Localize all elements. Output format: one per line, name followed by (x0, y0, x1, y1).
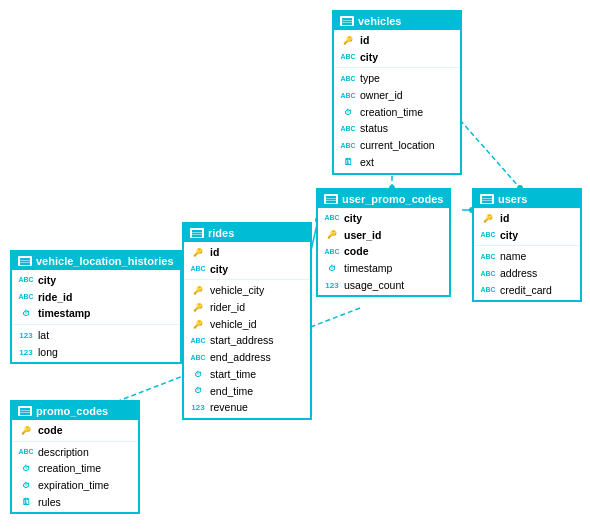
field-icon-abc: ABC (340, 91, 356, 101)
field-icon-abc: ABC (18, 275, 34, 285)
table-title-vehicles: vehicles (358, 15, 401, 27)
field-name: id (360, 33, 369, 48)
field-users-address: ABC address (474, 265, 580, 282)
field-name: creation_time (38, 461, 101, 476)
field-pc-creation_time: ⏱ creation_time (12, 460, 138, 477)
field-icon-key: 🔑 (480, 213, 496, 224)
field-icon-123: 123 (18, 347, 34, 358)
table-body-vlh: ABC city ABC ride_id ⏱ timestamp 123 lat… (12, 270, 180, 362)
field-name: code (38, 423, 63, 438)
field-rides-vehicle_city: 🔑 vehicle_city (184, 282, 310, 299)
field-icon-abc: ABC (340, 124, 356, 134)
field-icon-abc: ABC (480, 269, 496, 279)
field-name: vehicle_city (210, 283, 264, 298)
field-name: city (210, 262, 228, 277)
field-name: usage_count (344, 278, 404, 293)
field-vlh-ride_id: ABC ride_id (12, 289, 180, 306)
field-pc-description: ABC description (12, 444, 138, 461)
field-icon-key: 🔑 (324, 229, 340, 240)
field-name: rider_id (210, 300, 245, 315)
field-rides-end_time: ⏱ end_time (184, 383, 310, 400)
table-vehicles: vehicles 🔑 id ABC city ABC type ABC owne… (332, 10, 462, 175)
field-icon-key: 🔑 (190, 302, 206, 313)
table-title-rides: rides (208, 227, 234, 239)
field-name: city (500, 228, 518, 243)
table-header-users: users (474, 190, 580, 208)
field-vlh-city: ABC city (12, 272, 180, 289)
field-icon-abc: ABC (190, 336, 206, 346)
field-name: description (38, 445, 89, 460)
table-title-user-promo-codes: user_promo_codes (342, 193, 443, 205)
table-body-rides: 🔑 id ABC city 🔑 vehicle_city 🔑 rider_id … (184, 242, 310, 418)
field-upc-usage_count: 123 usage_count (318, 277, 449, 294)
table-icon-vehicles (340, 16, 354, 26)
field-name: start_address (210, 333, 274, 348)
field-name: rules (38, 495, 61, 510)
field-rides-rider_id: 🔑 rider_id (184, 299, 310, 316)
field-icon-key: 🔑 (190, 319, 206, 330)
table-header-vehicles: vehicles (334, 12, 460, 30)
field-icon-abc: ABC (480, 252, 496, 262)
table-icon-vlh (18, 256, 32, 266)
field-icon-clock: ⏱ (18, 463, 34, 474)
field-icon-ext: 🗓 (18, 496, 34, 509)
table-user-promo-codes: user_promo_codes ABC city 🔑 user_id ABC … (316, 188, 451, 297)
field-pc-code: 🔑 code (12, 422, 138, 439)
table-body-vehicles: 🔑 id ABC city ABC type ABC owner_id ⏱ cr… (334, 30, 460, 173)
field-name: city (344, 211, 362, 226)
field-users-name: ABC name (474, 248, 580, 265)
field-vehicles-ext: 🗓 ext (334, 154, 460, 171)
field-icon-abc: ABC (324, 247, 340, 257)
field-users-city: ABC city (474, 227, 580, 244)
table-body-user-promo-codes: ABC city 🔑 user_id ABC code ⏱ timestamp … (318, 208, 449, 295)
field-icon-abc: ABC (190, 264, 206, 274)
table-promo-codes: promo_codes 🔑 code ABC description ⏱ cre… (10, 400, 140, 514)
field-rides-vehicle_id: 🔑 vehicle_id (184, 316, 310, 333)
field-icon-abc: ABC (324, 213, 340, 223)
field-icon-key: 🔑 (18, 425, 34, 436)
field-icon-abc: ABC (190, 353, 206, 363)
field-icon-123: 123 (324, 280, 340, 291)
field-name: expiration_time (38, 478, 109, 493)
field-name: lat (38, 328, 49, 343)
field-icon-123: 123 (18, 330, 34, 341)
field-icon-abc: ABC (340, 74, 356, 84)
table-header-user-promo-codes: user_promo_codes (318, 190, 449, 208)
field-name: revenue (210, 400, 248, 415)
field-upc-city: ABC city (318, 210, 449, 227)
field-icon-abc: ABC (480, 285, 496, 295)
field-vehicles-current_location: ABC current_location (334, 137, 460, 154)
field-pc-rules: 🗓 rules (12, 494, 138, 511)
field-name: end_time (210, 384, 253, 399)
field-name: vehicle_id (210, 317, 257, 332)
diagram: vehicles 🔑 id ABC city ABC type ABC owne… (0, 0, 590, 532)
field-name: current_location (360, 138, 435, 153)
field-upc-timestamp: ⏱ timestamp (318, 260, 449, 277)
field-name: name (500, 249, 526, 264)
field-icon-123: 123 (190, 402, 206, 413)
field-rides-revenue: 123 revenue (184, 399, 310, 416)
field-rides-start_time: ⏱ start_time (184, 366, 310, 383)
field-pc-expiration_time: ⏱ expiration_time (12, 477, 138, 494)
field-icon-key: 🔑 (190, 285, 206, 296)
field-name: ride_id (38, 290, 72, 305)
field-rides-end_address: ABC end_address (184, 349, 310, 366)
field-vehicles-city: ABC city (334, 49, 460, 66)
table-title-promo-codes: promo_codes (36, 405, 108, 417)
field-vehicles-id: 🔑 id (334, 32, 460, 49)
field-icon-abc: ABC (340, 141, 356, 151)
field-icon-key: 🔑 (340, 35, 356, 46)
field-name: address (500, 266, 537, 281)
field-name: owner_id (360, 88, 403, 103)
field-icon-clock: ⏱ (324, 263, 340, 274)
field-name: credit_card (500, 283, 552, 298)
field-vehicles-creation_time: ⏱ creation_time (334, 104, 460, 121)
field-icon-abc: ABC (18, 447, 34, 457)
table-title-vlh: vehicle_location_histories (36, 255, 174, 267)
field-vlh-timestamp: ⏱ timestamp (12, 305, 180, 322)
table-title-users: users (498, 193, 527, 205)
field-name: id (500, 211, 509, 226)
field-icon-abc: ABC (480, 230, 496, 240)
field-name: start_time (210, 367, 256, 382)
field-icon-clock: ⏱ (18, 308, 34, 319)
